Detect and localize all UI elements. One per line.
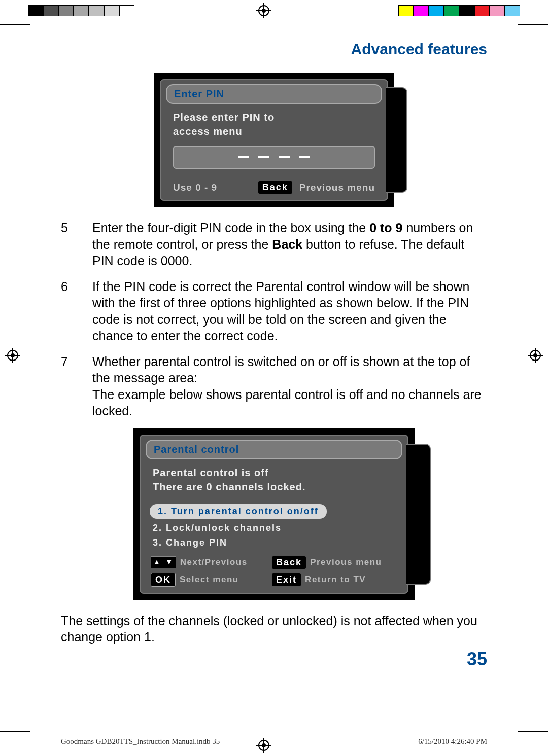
hint-exit: Exit Return to TV: [272, 573, 397, 587]
status-text: Parental control is off There are 0 chan…: [141, 465, 407, 501]
menu-option-3[interactable]: 3. Change PIN: [141, 536, 407, 549]
step-text: Whether parental control is switched on …: [92, 353, 487, 419]
status-line2: There are 0 channels locked.: [153, 481, 305, 492]
dialog-hint-grid: ▲▼ Next/Previous Back Previous menu OK S…: [141, 551, 407, 587]
hint-ok: OK Select menu: [151, 573, 263, 587]
ok-key-label: OK: [151, 573, 176, 587]
section-title: Advanced features: [61, 41, 487, 58]
hint-label: Next/Previous: [180, 557, 248, 567]
registration-mark-icon: [256, 3, 271, 18]
text-fragment: The example below shows parental control…: [92, 387, 482, 418]
exit-key-label: Exit: [272, 573, 301, 586]
registration-mark-icon: [5, 348, 20, 363]
instruction-steps: 5 Enter the four-digit PIN code in the b…: [61, 220, 487, 419]
document-page: Advanced features Enter PIN Please enter…: [0, 0, 548, 756]
pin-digit-slot: [258, 156, 269, 158]
menu-option-2[interactable]: 2. Lock/unlock channels: [141, 522, 407, 534]
dialog-message-line1: Please enter PIN to: [173, 112, 275, 123]
status-line1: Parental control is off: [153, 467, 269, 478]
pin-digit-slot: [279, 156, 290, 158]
registration-mark-icon: [528, 348, 543, 363]
hint-nav: ▲▼ Next/Previous: [151, 556, 263, 569]
text-bold: 0 to 9: [369, 221, 402, 235]
page-content: Advanced features Enter PIN Please enter…: [61, 41, 487, 645]
footer-filename: Goodmans GDB20TTS_Instruction Manual.ind…: [61, 737, 220, 746]
parental-control-dialog: Parental control Parental control is off…: [133, 428, 415, 600]
hint-previous-menu: Previous menu: [299, 182, 375, 193]
text-bold: Back: [272, 237, 302, 251]
crop-mark: [518, 731, 548, 732]
dialog-message-line2: access menu: [173, 126, 243, 137]
step-text: Enter the four-digit PIN code in the box…: [92, 220, 487, 269]
dialog-side-tab: [386, 87, 407, 193]
menu-option-1[interactable]: 1. Turn parental control on/off: [141, 503, 407, 520]
step-text: If the PIN code is correct the Parental …: [92, 278, 487, 344]
text-fragment: Whether parental control is switched on …: [92, 354, 470, 385]
crop-mark: [0, 731, 30, 732]
up-down-arrows-icon: ▲▼: [151, 556, 176, 568]
closing-paragraph: The settings of the channels (locked or …: [61, 613, 487, 645]
dialog-title: Enter PIN: [166, 84, 382, 104]
pin-input-field[interactable]: [173, 146, 375, 169]
dialog-title: Parental control: [146, 440, 402, 459]
hint-label: Return to TV: [305, 574, 366, 585]
dialog-message: Please enter PIN to access menu: [161, 110, 387, 138]
color-bar-left: [28, 5, 134, 16]
hint-label: Select menu: [180, 574, 239, 585]
footer-timestamp: 6/15/2010 4:26:40 PM: [418, 737, 487, 746]
page-number: 35: [467, 649, 487, 670]
print-footer: Goodmans GDB20TTS_Instruction Manual.ind…: [61, 737, 487, 746]
selected-option-label: 1. Turn parental control on/off: [150, 504, 327, 519]
crop-mark: [0, 24, 30, 25]
step-number: 7: [61, 353, 77, 419]
back-key-label: Back: [272, 556, 306, 569]
pin-digit-slot: [299, 156, 310, 158]
hint-back: Back Previous menu: [272, 556, 397, 569]
step-number: 5: [61, 220, 77, 269]
step-6: 6 If the PIN code is correct the Parenta…: [61, 278, 487, 344]
back-key-label: Back: [258, 181, 292, 194]
pin-digit-slot: [238, 156, 249, 158]
step-7: 7 Whether parental control is switched o…: [61, 353, 487, 419]
hint-use-numbers: Use 0 - 9: [173, 182, 217, 193]
enter-pin-dialog: Enter PIN Please enter PIN to access men…: [154, 73, 394, 207]
hint-label: Previous menu: [310, 557, 382, 567]
dialog-side-tab: [406, 444, 431, 585]
crop-mark: [518, 24, 548, 25]
dialog-hint-row: Use 0 - 9 Back Previous menu: [161, 178, 387, 194]
step-5: 5 Enter the four-digit PIN code in the b…: [61, 220, 487, 269]
color-bar-right: [398, 5, 520, 16]
text-fragment: Enter the four-digit PIN code in the box…: [92, 221, 369, 235]
step-number: 6: [61, 278, 77, 344]
